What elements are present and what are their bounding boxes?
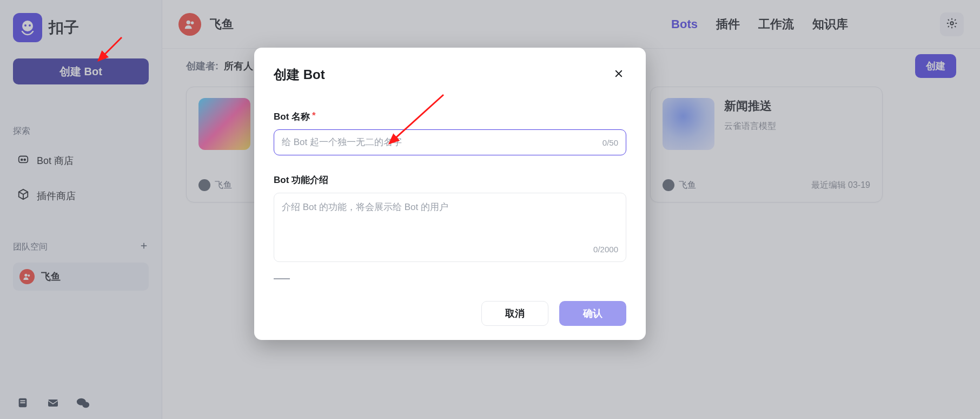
bot-name-input[interactable] [282, 137, 602, 148]
bot-name-input-wrap: 0/50 [274, 129, 626, 155]
cancel-button[interactable]: 取消 [481, 301, 548, 326]
bot-desc-counter: 0/2000 [593, 245, 618, 254]
close-icon [614, 68, 624, 82]
bot-desc-wrap: 0/2000 [274, 193, 626, 262]
modal-title: 创建 Bot [274, 66, 325, 83]
close-button[interactable] [611, 67, 626, 82]
bot-name-label: Bot 名称* [274, 110, 626, 123]
divider [274, 278, 290, 279]
bot-name-counter: 0/50 [602, 138, 618, 147]
bot-desc-input[interactable] [282, 201, 618, 245]
bot-desc-label: Bot 功能介绍 [274, 174, 626, 186]
confirm-button[interactable]: 确认 [559, 301, 626, 326]
create-bot-modal: 创建 Bot Bot 名称* 0/50 Bot 功能介绍 0/2000 取消 确… [254, 48, 646, 340]
